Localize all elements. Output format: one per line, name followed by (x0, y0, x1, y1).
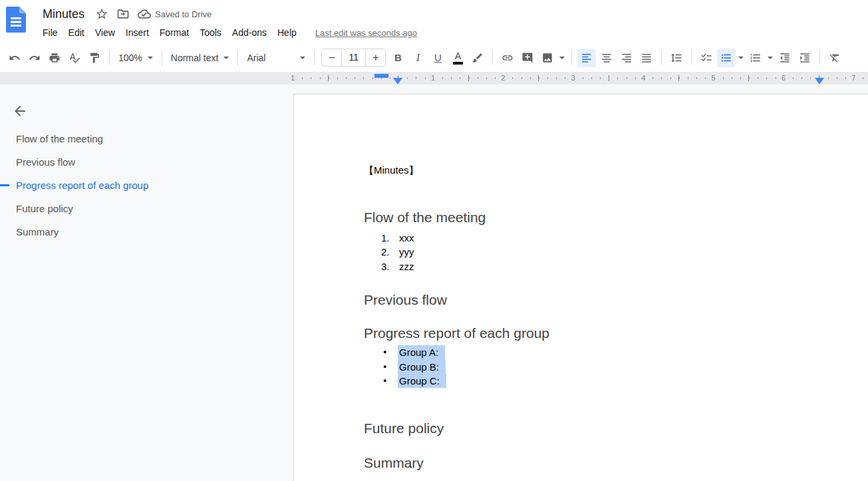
outline-item[interactable]: Summary (0, 220, 293, 243)
highlight-color-icon[interactable] (468, 49, 487, 67)
undo-icon[interactable] (5, 49, 24, 67)
toolbar-divider (162, 51, 162, 65)
insert-image-menu-arrow[interactable] (557, 49, 567, 67)
spellcheck-icon[interactable] (65, 49, 84, 67)
main-canvas: Flow of the meetingPrevious flowProgress… (0, 84, 868, 481)
italic-button[interactable]: I (408, 49, 427, 67)
doc-list-item[interactable]: 1.xxx (364, 231, 827, 245)
doc-heading[interactable]: Future policy (364, 419, 827, 437)
menu-tools[interactable]: Tools (194, 25, 227, 40)
bullet-icon: ● (364, 360, 399, 374)
clear-formatting-icon[interactable] (825, 49, 844, 67)
ruler-number: 2 (498, 72, 507, 84)
document-page[interactable]: 【Minutes】 Flow of the meeting1.xxx2.yyy3… (293, 94, 868, 481)
document-title[interactable]: Minutes (40, 7, 87, 22)
google-docs-logo-icon[interactable] (6, 7, 26, 33)
increase-indent-icon[interactable] (796, 49, 814, 67)
list-item-text[interactable]: yyy (399, 245, 414, 259)
add-comment-icon[interactable] (518, 49, 537, 67)
star-icon[interactable] (95, 7, 108, 21)
move-to-folder-icon[interactable] (116, 7, 130, 21)
text-color-button[interactable]: A (448, 49, 467, 67)
outline-item[interactable]: Future policy (0, 197, 293, 220)
text-color-label: A (455, 51, 461, 61)
chevron-down-icon (148, 57, 153, 59)
font-size-value[interactable]: 11 (341, 49, 366, 66)
right-indent-marker[interactable] (815, 78, 824, 84)
bold-button[interactable]: B (388, 49, 407, 67)
font-select[interactable]: Arial (243, 49, 309, 67)
doc-title-line[interactable]: 【Minutes】 (364, 164, 827, 177)
list-item-text[interactable]: xxx (399, 231, 414, 245)
menu-view[interactable]: View (90, 25, 120, 40)
bullet-icon: ● (364, 345, 399, 359)
toolbar-divider (237, 51, 238, 65)
doc-list-item[interactable]: ●Group C: (364, 374, 827, 388)
doc-heading[interactable]: Summary (364, 454, 827, 472)
outline-item[interactable]: Progress report of each group (0, 174, 293, 197)
doc-list-item[interactable]: ●Group B: (364, 360, 827, 374)
ordered-list: 1.xxx2.yyy3.zzz (364, 231, 827, 273)
print-icon[interactable] (45, 49, 64, 67)
menu-items: FileEditViewInsertFormatToolsAdd-onsHelp (37, 25, 302, 40)
menu-insert[interactable]: Insert (120, 25, 154, 40)
paint-format-icon[interactable] (85, 49, 104, 67)
doc-heading[interactable]: Flow of the meeting (364, 208, 827, 226)
menu-file[interactable]: File (37, 25, 63, 40)
bullet-icon: ● (364, 374, 399, 388)
paragraph-style-select[interactable]: Normal text (167, 49, 233, 67)
checklist-icon[interactable] (697, 49, 716, 67)
bulleted-list-menu-arrow[interactable] (736, 49, 746, 67)
close-outline-back-icon[interactable] (11, 102, 29, 120)
doc-list-item[interactable]: 2.yyy (364, 245, 827, 259)
font-size-control: − 11 + (321, 49, 386, 67)
doc-list-item[interactable]: 3.zzz (364, 259, 827, 273)
menu-edit[interactable]: Edit (63, 25, 90, 40)
selected-text[interactable]: Group C: (398, 374, 446, 388)
doc-section: Progress report of each group●Group A:●G… (364, 324, 827, 388)
underline-button[interactable]: U (428, 49, 447, 67)
toolbar-divider (492, 51, 493, 65)
outline-item-label: Progress report of each group (16, 180, 148, 191)
toolbar-divider (819, 51, 820, 65)
decrease-indent-icon[interactable] (776, 49, 794, 67)
increase-font-size-button[interactable]: + (366, 49, 385, 66)
list-number: 1. (364, 231, 399, 245)
selected-text[interactable]: Group B: (398, 360, 446, 374)
doc-section: Flow of the meeting1.xxx2.yyy3.zzz (364, 208, 827, 273)
paragraph-style-value: Normal text (171, 53, 219, 63)
align-left-icon[interactable] (577, 49, 596, 67)
header: Minutes Saved to Drive FileEditViewInser… (0, 0, 868, 43)
saved-status-label: Saved to Drive (155, 9, 212, 19)
zoom-select[interactable]: 100% (114, 49, 157, 67)
doc-heading[interactable]: Progress report of each group (364, 324, 827, 342)
doc-section: Summary (364, 454, 827, 472)
redo-icon[interactable] (25, 49, 44, 67)
list-number: 3. (364, 259, 399, 273)
align-justify-icon[interactable] (637, 49, 656, 67)
menu-format[interactable]: Format (154, 25, 194, 40)
outline-item[interactable]: Previous flow (0, 150, 293, 174)
insert-link-icon[interactable] (498, 49, 517, 67)
last-edit-link[interactable]: Last edit was seconds ago (315, 28, 417, 38)
bulleted-list-icon[interactable] (717, 49, 736, 67)
ruler-number: 5 (709, 72, 718, 84)
menu-addons[interactable]: Add-ons (227, 25, 272, 40)
numbered-list-menu-arrow[interactable] (766, 49, 775, 67)
insert-image-icon[interactable] (538, 49, 557, 67)
left-indent-marker[interactable] (393, 78, 402, 84)
outline-item-label: Summary (16, 226, 59, 238)
numbered-list-icon[interactable] (746, 49, 765, 67)
decrease-font-size-button[interactable]: − (322, 49, 341, 66)
selected-text[interactable]: Group A: (398, 345, 445, 359)
doc-list-item[interactable]: ●Group A: (364, 345, 827, 359)
outline-item[interactable]: Flow of the meeting (0, 127, 293, 150)
doc-heading[interactable]: Previous flow (364, 291, 827, 309)
align-center-icon[interactable] (597, 49, 616, 67)
first-line-indent-marker[interactable] (374, 74, 388, 78)
align-right-icon[interactable] (617, 49, 636, 67)
menu-help[interactable]: Help (272, 25, 302, 40)
line-spacing-icon[interactable] (667, 49, 686, 67)
outline-item-label: Future policy (16, 203, 73, 214)
list-item-text[interactable]: zzz (399, 259, 414, 273)
